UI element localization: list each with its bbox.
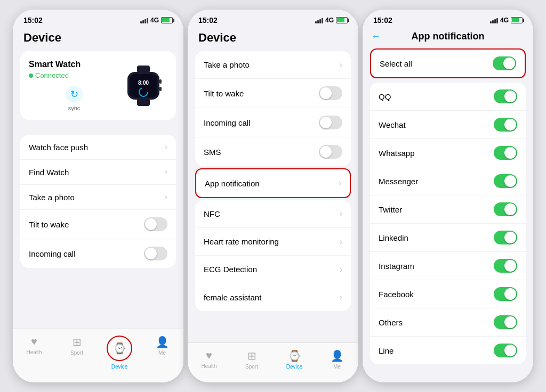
toggle-incoming-call[interactable] — [144, 247, 167, 260]
menu-tilt-wake[interactable]: Tilt to wake — [20, 210, 176, 239]
settings-app-notification[interactable]: App notification › — [196, 169, 350, 197]
nav-health-2[interactable]: ♥ Health — [188, 347, 230, 372]
svg-rect-1 — [137, 99, 150, 106]
settings-app-notification-label: App notification — [205, 179, 339, 188]
settings-heart-rate[interactable]: Heart rate monitoring › — [195, 228, 351, 256]
app-twitter[interactable]: Twitter — [370, 195, 526, 224]
app-others[interactable]: Others — [370, 308, 526, 337]
toggle-tilt-wake[interactable] — [144, 217, 167, 231]
device-label-1: Device — [111, 364, 128, 370]
line-label: Line — [379, 346, 394, 355]
signal-1: 4G — [150, 17, 159, 24]
menu-find-watch-label: Find Watch — [29, 168, 69, 177]
twitter-label: Twitter — [379, 205, 402, 214]
nav-sport-2[interactable]: ⊞ Sport — [230, 347, 273, 372]
toggle-tilt-wake-2[interactable] — [319, 86, 342, 100]
settings-sms[interactable]: SMS — [195, 137, 351, 166]
app-linkedin[interactable]: Linkedin — [370, 224, 526, 252]
sync-button[interactable]: ↻ sync — [29, 86, 119, 111]
status-bar-3: 15:02 4G — [363, 10, 533, 27]
nav-me-1[interactable]: 👤 Me — [141, 333, 183, 372]
chevron-watch-face: › — [165, 142, 167, 152]
app-line[interactable]: Line — [370, 337, 526, 364]
menu-take-photo-label: Take a photo — [29, 193, 75, 202]
settings-tilt-wake-label: Tilt to wake — [204, 89, 319, 98]
back-button[interactable]: ← — [371, 31, 381, 42]
connected-badge: Connected — [29, 71, 119, 79]
nav-me-2[interactable]: 👤 Me — [316, 347, 358, 372]
svg-text:8:00: 8:00 — [138, 80, 149, 86]
health-icon-2: ♥ — [206, 349, 212, 362]
toggle-facebook[interactable] — [494, 287, 517, 301]
toggle-qq[interactable] — [494, 89, 517, 103]
settings-ecg-label: ECG Detection — [204, 265, 340, 274]
chevron-take-photo-2: › — [340, 60, 342, 70]
instagram-label: Instagram — [379, 262, 414, 271]
device-name: Smart Watch — [29, 60, 119, 69]
health-icon-1: ♥ — [31, 336, 37, 348]
settings-ecg[interactable]: ECG Detection › — [195, 256, 351, 283]
settings-tilt-wake[interactable]: Tilt to wake — [195, 79, 351, 108]
settings-list-2: NFC › Heart rate monitoring › ECG Detect… — [195, 200, 351, 311]
nav-device-2[interactable]: ⌚ Device — [273, 347, 316, 372]
signal-3: 4G — [500, 17, 509, 24]
me-label-1: Me — [158, 350, 166, 356]
connected-dot — [29, 74, 33, 78]
me-icon-1: 👤 — [156, 336, 169, 348]
toggle-others[interactable] — [494, 315, 517, 329]
facebook-label: Facebook — [379, 290, 414, 299]
menu-find-watch[interactable]: Find Watch › — [20, 160, 176, 185]
menu-take-photo[interactable]: Take a photo › — [20, 185, 176, 210]
app-whatsapp[interactable]: Whatsapp — [370, 139, 526, 167]
toggle-linkedin[interactable] — [494, 231, 517, 244]
device-header-2: Device — [188, 27, 358, 51]
settings-female-label: female assistant — [204, 293, 340, 302]
app-messenger[interactable]: Messenger — [370, 167, 526, 195]
sport-icon-1: ⊞ — [73, 336, 82, 348]
toggle-incoming-call-2[interactable] — [319, 116, 342, 129]
toggle-line[interactable] — [494, 344, 517, 357]
nav-device-1[interactable]: ⌚ Device — [98, 333, 141, 372]
wechat-label: Wechat — [379, 120, 406, 129]
settings-take-photo-label: Take a photo — [204, 60, 340, 69]
sport-label-1: Sport — [70, 350, 83, 356]
svg-rect-0 — [137, 66, 150, 73]
settings-take-photo[interactable]: Take a photo › — [195, 51, 351, 79]
menu-incoming-call[interactable]: Incoming call — [20, 239, 176, 268]
chevron-find-watch: › — [165, 167, 167, 177]
bottom-nav-2: ♥ Health ⊞ Sport ⌚ Device 👤 Me — [188, 342, 358, 382]
sync-label: sync — [68, 105, 81, 111]
app-notification-header: ← App notification — [363, 27, 533, 48]
menu-incoming-call-label: Incoming call — [29, 249, 76, 258]
others-label: Others — [379, 318, 403, 327]
toggle-sms[interactable] — [319, 145, 342, 159]
toggle-messenger[interactable] — [494, 174, 517, 188]
notification-list: QQ Wechat Whatsapp Messenger Twitter — [370, 83, 526, 364]
app-facebook[interactable]: Facebook — [370, 280, 526, 308]
app-instagram[interactable]: Instagram — [370, 252, 526, 280]
nav-sport-1[interactable]: ⊞ Sport — [55, 333, 98, 372]
app-wechat[interactable]: Wechat — [370, 111, 526, 139]
health-label-2: Health — [202, 363, 217, 369]
page-title: App notification — [371, 31, 525, 42]
chevron-ecg: › — [340, 265, 342, 274]
menu-watch-face[interactable]: Watch face push › — [20, 135, 176, 160]
settings-incoming-call[interactable]: Incoming call — [195, 108, 351, 137]
toggle-instagram[interactable] — [494, 259, 517, 273]
settings-nfc[interactable]: NFC › — [195, 200, 351, 228]
nav-health-1[interactable]: ♥ Health — [13, 333, 55, 372]
toggle-wechat[interactable] — [494, 118, 517, 132]
app-qq[interactable]: QQ — [370, 83, 526, 111]
time-2: 15:02 — [198, 16, 218, 24]
phone3: 15:02 4G ← App notification Selec — [363, 10, 533, 382]
settings-sms-label: SMS — [204, 148, 319, 157]
svg-rect-6 — [159, 79, 162, 84]
menu-watch-face-label: Watch face push — [29, 143, 88, 152]
bottom-nav-1: ♥ Health ⊞ Sport ⌚ Device 👤 Me — [13, 329, 183, 382]
toggle-select-all[interactable] — [493, 56, 516, 70]
settings-female[interactable]: female assistant › — [195, 283, 351, 311]
select-all-item[interactable]: Select all — [371, 50, 525, 77]
toggle-twitter[interactable] — [494, 202, 517, 216]
toggle-whatsapp[interactable] — [494, 146, 517, 160]
connected-label: Connected — [35, 71, 69, 79]
